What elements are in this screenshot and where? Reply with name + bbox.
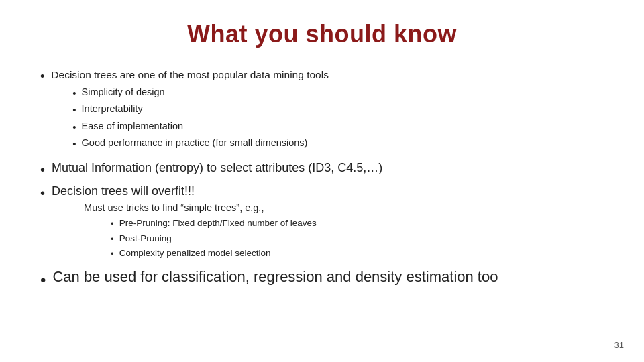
sub-bullet-1-3: • Ease of implementation xyxy=(72,119,604,135)
sub-bullet-1-4-text: Good performance in practice (for small … xyxy=(82,136,308,151)
bullet-4-text: Can be used for classification, regressi… xyxy=(52,267,498,288)
sub-bullet-1-3-text: Ease of implementation xyxy=(82,119,184,134)
bullet-4-marker: • xyxy=(40,268,46,292)
sub-bullet-1-1-marker: • xyxy=(72,86,76,101)
bullet-2-marker: • xyxy=(40,160,45,180)
sub-bullet-1-1: • Simplicity of design xyxy=(72,85,604,101)
bullet-2-text: Mutual Information (entropy) to select a… xyxy=(52,159,382,177)
sub-bullet-1-4: • Good performance in practice (for smal… xyxy=(72,136,604,152)
bullet-1-text: Decision trees are one of the most popul… xyxy=(51,69,329,80)
dash-text: Must use tricks to find “simple trees”, … xyxy=(84,202,264,213)
sub-sub-bullet-3-text: Complexity penalized model selection xyxy=(119,247,271,260)
slide-content: • Decision trees are one of the most pop… xyxy=(40,67,604,292)
sub-sub-bullet-1-marker: • xyxy=(111,217,114,231)
sub-bullet-1-3-marker: • xyxy=(72,120,76,135)
bullet-1: • Decision trees are one of the most pop… xyxy=(40,67,604,155)
bullet-4: • Can be used for classification, regres… xyxy=(40,267,604,292)
sub-bullet-1-4-marker: • xyxy=(72,137,76,152)
sub-sub-bullet-2-marker: • xyxy=(111,233,114,246)
sub-sub-bullet-2-text: Post-Pruning xyxy=(119,232,172,245)
slide-title: What you should know xyxy=(40,20,604,48)
page-number: 31 xyxy=(614,340,624,350)
bullet-3: • Decision trees will overfit!!! – Must … xyxy=(40,182,604,264)
sub-sub-bullet-3-marker: • xyxy=(111,247,114,261)
bullet-3-text: Decision trees will overfit!!! xyxy=(52,184,195,198)
bullet-3-marker: • xyxy=(40,183,45,203)
sub-sub-bullet-1-text: Pre-Pruning: Fixed depth/Fixed number of… xyxy=(119,217,317,230)
sub-bullet-1-2-text: Interpretability xyxy=(82,102,143,117)
dash-marker: – xyxy=(73,200,78,215)
sub-sub-bullet-3: • Complexity penalized model selection xyxy=(111,247,604,261)
sub-bullet-1-2: • Interpretability xyxy=(72,102,604,118)
dash-bullet: – Must use tricks to find “simple trees”… xyxy=(73,200,604,262)
bullet-1-subbullets: • Simplicity of design • Interpretabilit… xyxy=(72,85,604,152)
sub-bullet-1-2-marker: • xyxy=(72,103,76,118)
sub-sub-bullets: • Pre-Pruning: Fixed depth/Fixed number … xyxy=(111,217,604,261)
slide: What you should know • Decision trees ar… xyxy=(0,0,644,362)
sub-sub-bullet-2: • Post-Pruning xyxy=(111,232,604,246)
sub-bullet-1-1-text: Simplicity of design xyxy=(82,85,165,100)
bullet-1-marker: • xyxy=(40,68,44,86)
bullet-2: • Mutual Information (entropy) to select… xyxy=(40,159,604,180)
sub-sub-bullet-1: • Pre-Pruning: Fixed depth/Fixed number … xyxy=(111,217,604,231)
